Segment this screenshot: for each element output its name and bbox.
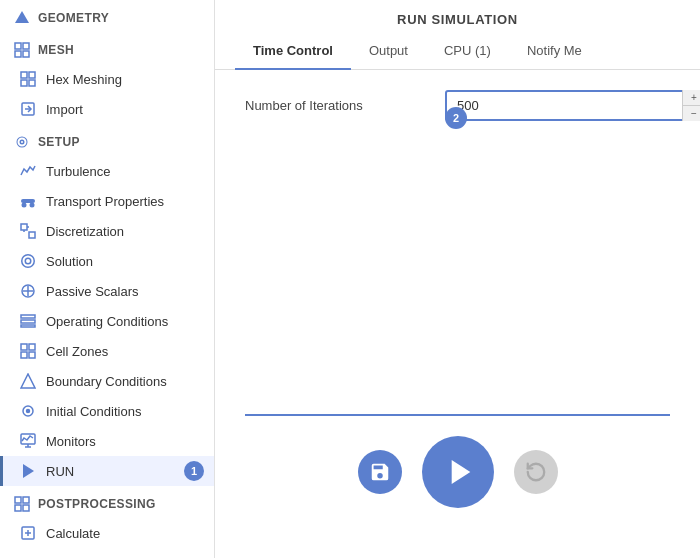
- sidebar-item-turbulence-label: Turbulence: [46, 164, 111, 179]
- cell-zones-icon: [20, 343, 36, 359]
- content-spacer: [245, 137, 670, 414]
- svg-rect-36: [23, 497, 29, 503]
- calculate-icon: [20, 525, 36, 541]
- sidebar-item-discretization[interactable]: Discretization: [0, 216, 214, 246]
- boundary-conditions-icon: [20, 373, 36, 389]
- sidebar-item-cell-zones-label: Cell Zones: [46, 344, 108, 359]
- sidebar-item-hex-meshing[interactable]: Hex Meshing: [0, 64, 214, 94]
- svg-rect-23: [21, 325, 35, 327]
- sidebar-item-solution[interactable]: Solution: [0, 246, 214, 276]
- svg-rect-11: [21, 199, 35, 203]
- iterations-input-wrapper: + − 2: [445, 90, 700, 121]
- sidebar-item-run[interactable]: RUN 1: [0, 456, 214, 486]
- sidebar: GEOMETRY MESH Hex Meshing: [0, 0, 215, 558]
- play-button[interactable]: [422, 436, 494, 508]
- svg-marker-28: [21, 374, 35, 388]
- sidebar-item-hex-meshing-label: Hex Meshing: [46, 72, 122, 87]
- sidebar-section-geometry-label: GEOMETRY: [38, 11, 109, 25]
- svg-rect-37: [15, 505, 21, 511]
- run-icon: [20, 463, 36, 479]
- sidebar-item-transport-properties[interactable]: Transport Properties: [0, 186, 214, 216]
- tab-time-control[interactable]: Time Control: [235, 33, 351, 70]
- svg-rect-8: [29, 80, 35, 86]
- svg-point-12: [22, 203, 27, 208]
- solution-icon: [20, 253, 36, 269]
- iterations-field-row: Number of Iterations + − 2: [245, 90, 670, 121]
- svg-rect-14: [21, 224, 27, 230]
- import-icon: [20, 101, 36, 117]
- postprocessing-icon: [14, 496, 30, 512]
- svg-rect-2: [23, 43, 29, 49]
- turbulence-icon: [20, 163, 36, 179]
- svg-rect-27: [29, 352, 35, 358]
- mesh-icon: [14, 42, 30, 58]
- save-button[interactable]: [358, 450, 402, 494]
- sidebar-item-operating-conditions-label: Operating Conditions: [46, 314, 168, 329]
- sidebar-item-run-label: RUN: [46, 464, 74, 479]
- sidebar-item-operating-conditions[interactable]: Operating Conditions: [0, 306, 214, 336]
- sidebar-section-mesh[interactable]: MESH: [0, 32, 214, 64]
- svg-marker-42: [451, 460, 470, 484]
- sidebar-item-solution-label: Solution: [46, 254, 93, 269]
- step-badge-2: 2: [445, 107, 467, 129]
- tab-cpu[interactable]: CPU (1): [426, 33, 509, 70]
- sidebar-section-postprocessing-label: POSTPROCESSING: [38, 497, 156, 511]
- svg-point-30: [27, 410, 30, 413]
- setup-icon: [14, 134, 30, 150]
- svg-point-13: [30, 203, 35, 208]
- initial-conditions-icon: [20, 403, 36, 419]
- tab-notify-me[interactable]: Notify Me: [509, 33, 600, 70]
- sidebar-section-mesh-label: MESH: [38, 43, 74, 57]
- passive-scalars-icon: [20, 283, 36, 299]
- action-buttons-row: [245, 436, 670, 538]
- svg-marker-34: [23, 464, 34, 478]
- number-input-buttons: + −: [682, 90, 700, 121]
- sidebar-section-postprocessing[interactable]: POSTPROCESSING: [0, 486, 214, 518]
- sidebar-section-setup[interactable]: SETUP: [0, 124, 214, 156]
- decrement-button[interactable]: −: [683, 106, 700, 121]
- svg-rect-1: [15, 43, 21, 49]
- tab-output[interactable]: Output: [351, 33, 426, 70]
- svg-rect-24: [21, 344, 27, 350]
- sidebar-item-initial-conditions[interactable]: Initial Conditions: [0, 396, 214, 426]
- tab-bar: Time Control Output CPU (1) Notify Me: [215, 33, 700, 70]
- sidebar-item-boundary-conditions[interactable]: Boundary Conditions: [0, 366, 214, 396]
- content-panel: Number of Iterations + − 2: [215, 70, 700, 558]
- geometry-icon: [14, 10, 30, 26]
- discretization-icon: [20, 223, 36, 239]
- reset-button[interactable]: [514, 450, 558, 494]
- sidebar-item-initial-conditions-label: Initial Conditions: [46, 404, 141, 419]
- svg-rect-22: [21, 320, 35, 323]
- iterations-label: Number of Iterations: [245, 98, 445, 113]
- sidebar-item-cell-zones[interactable]: Cell Zones: [0, 336, 214, 366]
- svg-rect-6: [29, 72, 35, 78]
- increment-button[interactable]: +: [683, 90, 700, 106]
- transport-icon: [20, 193, 36, 209]
- main-content: RUN SIMULATION Time Control Output CPU (…: [215, 0, 700, 558]
- hex-meshing-icon: [20, 71, 36, 87]
- sidebar-item-calculate[interactable]: Calculate: [0, 518, 214, 548]
- sidebar-section-setup-label: SETUP: [38, 135, 80, 149]
- sidebar-item-boundary-conditions-label: Boundary Conditions: [46, 374, 167, 389]
- monitors-icon: [20, 433, 36, 449]
- sidebar-item-passive-scalars-label: Passive Scalars: [46, 284, 138, 299]
- sidebar-item-calculate-label: Calculate: [46, 526, 100, 541]
- svg-rect-38: [23, 505, 29, 511]
- svg-rect-15: [29, 232, 35, 238]
- sidebar-item-transport-label: Transport Properties: [46, 194, 164, 209]
- iterations-input[interactable]: [445, 90, 700, 121]
- svg-rect-21: [21, 315, 35, 318]
- sidebar-item-import[interactable]: Import: [0, 94, 214, 124]
- sidebar-item-passive-scalars[interactable]: Passive Scalars: [0, 276, 214, 306]
- sidebar-item-monitors-label: Monitors: [46, 434, 96, 449]
- svg-rect-25: [29, 344, 35, 350]
- sidebar-item-turbulence[interactable]: Turbulence: [0, 156, 214, 186]
- svg-rect-35: [15, 497, 21, 503]
- svg-rect-7: [21, 80, 27, 86]
- sidebar-item-import-label: Import: [46, 102, 83, 117]
- run-badge: 1: [184, 461, 204, 481]
- sidebar-section-geometry[interactable]: GEOMETRY: [0, 0, 214, 32]
- svg-marker-0: [15, 11, 29, 23]
- svg-rect-5: [21, 72, 27, 78]
- sidebar-item-monitors[interactable]: Monitors: [0, 426, 214, 456]
